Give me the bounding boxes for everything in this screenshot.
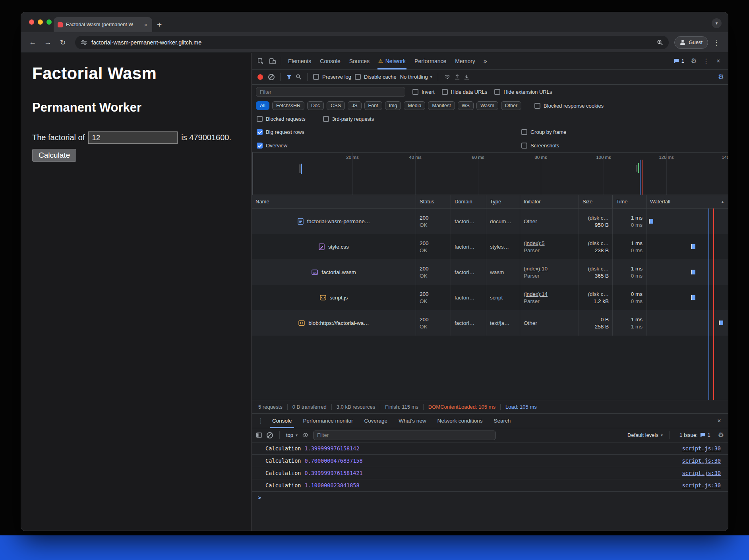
chip-fetch-xhr[interactable]: Fetch/XHR [272,101,304,110]
drawer-tab-search[interactable]: Search [489,414,516,428]
profile-button[interactable]: Guest [674,36,708,49]
devtools-menu-icon[interactable]: ⋮ [701,56,712,67]
console-issues-counter[interactable]: 1 Issue: 1 [677,432,713,438]
browser-tab[interactable]: Factorial Wasm (permanent W × [54,17,152,32]
default-levels-dropdown[interactable]: Default levels ▾ [627,432,663,438]
preserve-log-checkbox[interactable]: Preserve log [313,74,351,80]
column-header-initiator[interactable]: Initiator [520,195,579,208]
overview-checkbox[interactable]: Overview [257,143,521,149]
tab-performance[interactable]: Performance [410,53,450,70]
chip-js[interactable]: JS [348,101,362,110]
drawer-tab-console[interactable]: Console [267,414,297,428]
tab-network[interactable]: ⚠ Network [374,53,410,70]
console-filter-input[interactable] [313,431,496,440]
tab-console[interactable]: Console [316,53,344,70]
console-context-selector[interactable]: top ▾ [286,432,298,438]
browser-menu-icon[interactable]: ⋮ [710,36,723,49]
zoom-icon[interactable] [657,39,663,46]
more-tabs-icon[interactable]: » [480,58,491,65]
reload-button[interactable]: ↻ [56,36,70,49]
network-request-row[interactable]: factorial-wasm-permane… 200 OK factori… … [252,209,728,234]
source-link[interactable]: script.js:30 [682,470,721,476]
drawer-tab-coverage[interactable]: Coverage [359,414,393,428]
tab-close-icon[interactable]: × [143,22,148,28]
filter-toggle-icon[interactable] [286,74,292,80]
network-conditions-icon[interactable] [444,74,451,80]
device-toolbar-icon[interactable] [267,56,278,67]
search-icon[interactable] [296,74,302,80]
chip-wasm[interactable]: Wasm [476,101,498,110]
address-bar[interactable]: factorial-wasm-permanent-worker.glitch.m… [75,36,669,49]
console-prompt[interactable]: > [252,492,728,504]
inspect-element-icon[interactable] [255,56,266,67]
timeline-left-handle[interactable] [252,153,253,195]
chip-other[interactable]: Other [501,101,521,110]
eye-icon[interactable] [302,432,309,438]
column-header-status[interactable]: Status [416,195,451,208]
console-settings-icon[interactable]: ⚙ [718,432,724,438]
drawer-tab-whats-new[interactable]: What's new [393,414,431,428]
new-tab-button[interactable]: + [157,20,162,29]
tab-memory[interactable]: Memory [451,53,479,70]
column-header-waterfall[interactable]: Waterfall ▲ [646,195,728,208]
network-overview-timeline[interactable]: 20 ms 40 ms 60 ms 80 ms 100 ms 120 ms 14… [252,152,728,195]
close-window-button[interactable] [29,19,34,25]
column-header-name[interactable]: Name [252,195,416,208]
clear-console-icon[interactable] [267,432,273,438]
column-header-size[interactable]: Size [579,195,613,208]
hide-data-urls-checkbox[interactable]: Hide data URLs [442,89,488,95]
group-by-frame-checkbox[interactable]: Group by frame [521,129,723,135]
factorial-input[interactable] [88,131,178,144]
issues-counter[interactable]: 1 [671,58,687,64]
network-request-row[interactable]: script.js 200 OK factori… script (index)… [252,285,728,310]
network-request-row[interactable]: style.css 200 OK factori… styles… (index… [252,234,728,259]
chip-css[interactable]: CSS [327,101,345,110]
drawer-tab-network-conditions[interactable]: Network conditions [432,414,488,428]
drawer-tab-performance-monitor[interactable]: Performance monitor [298,414,358,428]
calculate-button[interactable]: Calculate [32,149,76,162]
back-button[interactable]: ← [26,36,39,49]
blocked-requests-checkbox[interactable]: Blocked requests [257,116,306,122]
fullscreen-window-button[interactable] [46,19,52,25]
throttling-dropdown[interactable]: No throttling ▾ [400,74,432,80]
source-link[interactable]: script.js:30 [682,445,721,452]
tab-search-button[interactable]: ▾ [712,18,722,28]
site-info-icon[interactable] [81,39,87,46]
forward-button[interactable]: → [41,36,54,49]
export-har-icon[interactable] [464,74,470,80]
import-har-icon[interactable] [454,74,460,80]
column-header-domain[interactable]: Domain [451,195,486,208]
chip-media[interactable]: Media [404,101,425,110]
initiator-link[interactable]: (index):5 [524,240,575,246]
screenshots-checkbox[interactable]: Screenshots [521,143,723,149]
third-party-requests-checkbox[interactable]: 3rd-party requests [323,116,374,122]
disable-cache-checkbox[interactable]: Disable cache [355,74,397,80]
chip-doc[interactable]: Doc [307,101,324,110]
hide-extension-urls-checkbox[interactable]: Hide extension URLs [494,89,552,95]
column-header-type[interactable]: Type [486,195,520,208]
chip-ws[interactable]: WS [458,101,474,110]
record-network-log-button[interactable] [257,74,263,80]
source-link[interactable]: script.js:30 [682,482,721,489]
initiator-link[interactable]: (index):10 [524,266,575,272]
drawer-close-icon[interactable]: × [714,415,725,427]
chip-img[interactable]: Img [385,101,401,110]
initiator-link[interactable]: (index):14 [524,291,575,297]
devtools-settings-icon[interactable]: ⚙ [688,56,699,67]
network-request-row[interactable]: blob:https://factorial-wa… 200 OK factor… [252,310,728,336]
clear-network-log-icon[interactable] [268,74,275,80]
column-header-time[interactable]: Time [613,195,646,208]
source-link[interactable]: script.js:30 [682,458,721,464]
network-filter-input[interactable] [256,87,405,97]
blocked-response-cookies-checkbox[interactable]: Blocked response cookies [534,103,604,109]
big-request-rows-checkbox[interactable]: Big request rows [257,129,521,135]
invert-checkbox[interactable]: Invert [412,89,435,95]
network-settings-icon[interactable]: ⚙ [718,73,724,80]
chip-font[interactable]: Font [364,101,382,110]
minimize-window-button[interactable] [38,19,43,25]
chip-manifest[interactable]: Manifest [428,101,455,110]
devtools-close-icon[interactable]: × [713,56,724,67]
drawer-menu-icon[interactable]: ⋮ [255,415,266,427]
tab-sources[interactable]: Sources [345,53,374,70]
network-request-row[interactable]: WA factorial.wasm 200 OK factori… wasm (… [252,259,728,285]
